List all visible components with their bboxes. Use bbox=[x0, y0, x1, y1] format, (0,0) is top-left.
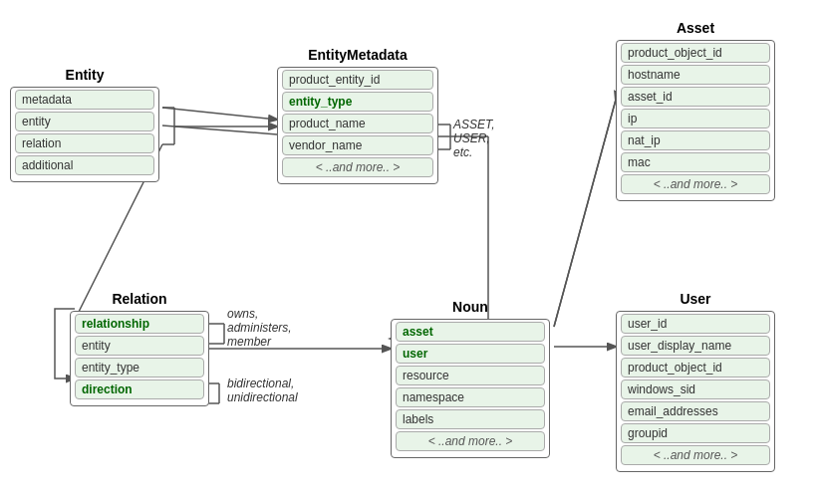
svg-line-1 bbox=[162, 126, 277, 134]
field-relationship: relationship bbox=[75, 314, 204, 334]
field-relation: relation bbox=[15, 133, 154, 153]
field-entity: entity bbox=[15, 112, 154, 131]
entity-metadata-container: EntityMetadata product_entity_id entity_… bbox=[277, 45, 438, 184]
annotation-asset-user: ASSET,USER,etc. bbox=[453, 118, 495, 159]
svg-line-0 bbox=[162, 108, 277, 120]
field-email-addresses: email_addresses bbox=[621, 401, 770, 421]
field-noun-more: < ..and more.. > bbox=[396, 431, 545, 451]
field-noun-namespace: namespace bbox=[396, 387, 545, 407]
field-ip: ip bbox=[621, 109, 770, 128]
field-noun-labels: labels bbox=[396, 409, 545, 429]
noun-container: Noun asset user resource namespace label… bbox=[391, 297, 550, 458]
field-windows-sid: windows_sid bbox=[621, 379, 770, 399]
field-rel-entity: entity bbox=[75, 336, 204, 356]
field-noun-user: user bbox=[396, 344, 545, 364]
field-user-product-object-id: product_object_id bbox=[621, 358, 770, 378]
field-product-entity-id: product_entity_id bbox=[282, 70, 433, 90]
field-noun-asset: asset bbox=[396, 322, 545, 342]
field-product-object-id: product_object_id bbox=[621, 43, 770, 63]
entity-container: Entity metadata entity relation addition… bbox=[10, 65, 159, 182]
annotation-owns: owns,administers,member bbox=[227, 307, 292, 349]
annotation-direction: bidirectional,unidirectional bbox=[227, 377, 298, 404]
field-entity-type: entity_type bbox=[75, 358, 204, 378]
field-mac: mac bbox=[621, 152, 770, 172]
field-additional: additional bbox=[15, 155, 154, 175]
entity-metadata-title: EntityMetadata bbox=[277, 45, 438, 67]
asset-title: Asset bbox=[616, 18, 775, 40]
noun-title: Noun bbox=[391, 297, 550, 319]
field-user-display-name: user_display_name bbox=[621, 336, 770, 356]
field-entity-type: entity_type bbox=[282, 92, 433, 112]
diagram: Entity metadata entity relation addition… bbox=[0, 0, 820, 504]
svg-line-13 bbox=[554, 100, 616, 327]
relation-title: Relation bbox=[70, 289, 209, 311]
field-product-name: product_name bbox=[282, 114, 433, 133]
field-nat-ip: nat_ip bbox=[621, 130, 770, 150]
entity-title: Entity bbox=[10, 65, 159, 87]
field-asset-id: asset_id bbox=[621, 87, 770, 107]
entity-metadata-box: product_entity_id entity_type product_na… bbox=[277, 67, 438, 184]
field-metadata: metadata bbox=[15, 90, 154, 110]
field-user-id: user_id bbox=[621, 314, 770, 334]
field-user-more: < ..and more.. > bbox=[621, 445, 770, 465]
entity-box: metadata entity relation additional bbox=[10, 87, 159, 182]
field-vendor-name: vendor_name bbox=[282, 135, 433, 155]
noun-box: asset user resource namespace labels < .… bbox=[391, 319, 550, 458]
asset-container: Asset product_object_id hostname asset_i… bbox=[616, 18, 775, 201]
field-hostname: hostname bbox=[621, 65, 770, 85]
relation-container: Relation relationship entity entity_type… bbox=[70, 289, 209, 406]
field-asset-more: < ..and more.. > bbox=[621, 174, 770, 194]
user-title: User bbox=[616, 289, 775, 311]
svg-line-14 bbox=[554, 100, 616, 327]
asset-box: product_object_id hostname asset_id ip n… bbox=[616, 40, 775, 201]
field-noun-resource: resource bbox=[396, 366, 545, 385]
field-entity-more: < ..and more.. > bbox=[282, 157, 433, 177]
user-box: user_id user_display_name product_object… bbox=[616, 311, 775, 472]
field-direction: direction bbox=[75, 379, 204, 399]
relation-box: relationship entity entity_type directio… bbox=[70, 311, 209, 406]
field-groupid: groupid bbox=[621, 423, 770, 443]
user-container: User user_id user_display_name product_o… bbox=[616, 289, 775, 472]
